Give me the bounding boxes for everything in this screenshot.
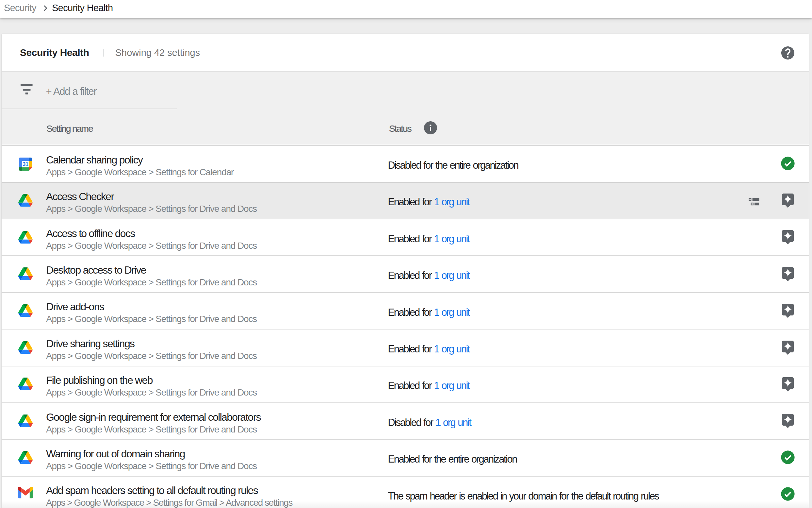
svg-text:31: 31 [22,162,29,167]
